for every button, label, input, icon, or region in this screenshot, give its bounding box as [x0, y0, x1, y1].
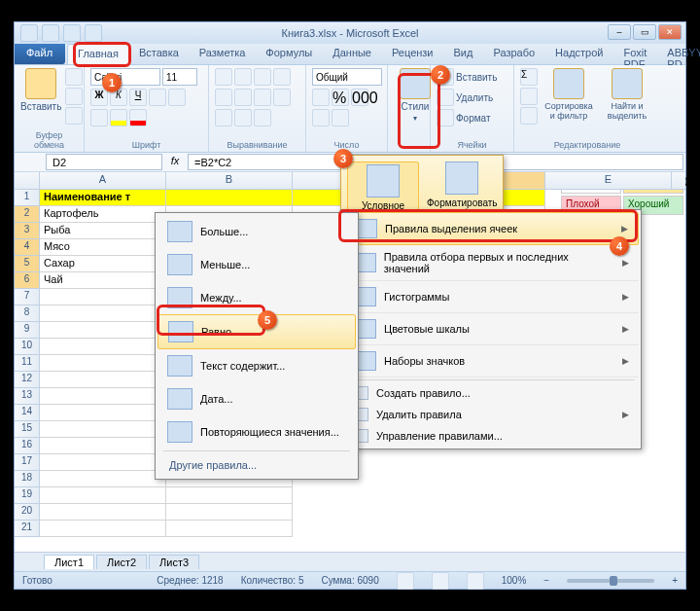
align-middle-icon[interactable] — [234, 68, 252, 86]
cell[interactable]: Сахар — [40, 256, 166, 272]
find-select-button[interactable]: Найти и выделить — [600, 68, 654, 138]
rule-date[interactable]: Дата... — [158, 382, 356, 415]
tab-developer[interactable]: Разрабо — [483, 44, 545, 64]
fill-color-icon[interactable] — [110, 109, 127, 126]
cell[interactable]: Рыба — [40, 223, 166, 239]
cell[interactable] — [40, 438, 166, 454]
tab-data[interactable]: Данные — [323, 44, 382, 64]
menu-highlight-cell-rules[interactable]: Правила выделения ячеек ▶ — [343, 212, 639, 245]
rule-more-rules[interactable]: Другие правила... — [158, 453, 356, 477]
orientation-icon[interactable] — [273, 68, 291, 86]
font-color-icon[interactable] — [129, 109, 147, 126]
number-format-combo[interactable] — [312, 68, 382, 86]
qat-customize-icon[interactable] — [85, 24, 102, 42]
view-layout-icon[interactable] — [432, 572, 449, 590]
merge-icon[interactable] — [254, 109, 271, 126]
row-header[interactable]: 20 — [15, 504, 40, 521]
cell[interactable] — [40, 487, 166, 504]
zoom-slider[interactable] — [567, 579, 654, 583]
format-painter-icon[interactable] — [65, 107, 83, 125]
minimize-button[interactable]: – — [608, 24, 631, 40]
tab-abbyy[interactable]: ABBYY PD — [657, 44, 700, 64]
cell[interactable] — [166, 504, 293, 521]
clear-icon[interactable] — [520, 107, 538, 125]
align-left-icon[interactable] — [215, 89, 232, 106]
currency-icon[interactable] — [312, 89, 330, 106]
cell[interactable] — [40, 504, 166, 521]
col-header-b[interactable]: B — [166, 172, 293, 189]
row-header[interactable]: 19 — [15, 487, 40, 504]
fx-icon[interactable]: fx — [164, 153, 186, 171]
tab-insert[interactable]: Вставка — [129, 44, 190, 64]
decrease-decimal-icon[interactable] — [332, 109, 349, 126]
rule-less-than[interactable]: Меньше... — [158, 248, 356, 281]
row-header[interactable]: 6 — [15, 272, 40, 289]
sheet-tab-3[interactable]: Лист3 — [149, 555, 199, 569]
tab-review[interactable]: Рецензи — [382, 44, 444, 64]
cell[interactable]: Картофель — [40, 206, 166, 223]
row-header[interactable]: 15 — [15, 421, 40, 438]
row-header[interactable]: 11 — [15, 355, 40, 372]
cut-icon[interactable] — [65, 68, 83, 86]
row-header[interactable]: 2 — [15, 206, 40, 223]
menu-manage-rules[interactable]: Управление правилами... — [343, 425, 639, 447]
comma-icon[interactable]: 000 — [351, 89, 368, 106]
row-header[interactable]: 18 — [15, 471, 40, 487]
cell[interactable]: Наименование т — [40, 190, 166, 206]
zoom-out-button[interactable]: − — [543, 575, 549, 586]
qat-undo-icon[interactable] — [42, 24, 59, 42]
percent-icon[interactable]: % — [332, 89, 349, 106]
cell[interactable] — [40, 521, 166, 537]
autosum-icon[interactable]: Σ — [520, 68, 538, 86]
rule-greater-than[interactable]: Больше... — [158, 215, 356, 248]
row-header[interactable]: 9 — [15, 322, 40, 339]
tab-formulas[interactable]: Формулы — [256, 44, 323, 64]
select-all-button[interactable] — [15, 172, 40, 189]
cell[interactable] — [166, 190, 293, 206]
rule-between[interactable]: Между... — [158, 281, 356, 314]
cells-format-button[interactable]: Формат — [437, 109, 508, 126]
cell[interactable] — [40, 322, 166, 339]
close-button[interactable]: ✕ — [658, 24, 682, 40]
increase-indent-icon[interactable] — [234, 109, 252, 126]
row-header[interactable]: 1 — [15, 190, 40, 206]
paste-button[interactable]: Вставить — [20, 68, 61, 128]
rule-equal-to[interactable]: Равно... — [158, 314, 356, 349]
menu-icon-sets[interactable]: Наборы значков ▶ — [343, 345, 639, 377]
cell[interactable] — [40, 388, 166, 405]
tab-foxit[interactable]: Foxit PDF — [614, 44, 658, 64]
row-header[interactable]: 3 — [15, 223, 40, 239]
cell[interactable] — [40, 421, 166, 438]
tab-addins[interactable]: Надстрой — [545, 44, 613, 64]
copy-icon[interactable] — [65, 88, 83, 105]
underline-icon[interactable]: Ч — [129, 89, 147, 106]
cells-delete-button[interactable]: Удалить — [437, 89, 508, 106]
align-center-icon[interactable] — [234, 89, 252, 106]
col-header-a[interactable]: A — [40, 172, 166, 189]
cell[interactable] — [40, 372, 166, 388]
cell[interactable] — [40, 355, 166, 372]
qat-save-icon[interactable] — [20, 24, 38, 42]
cell[interactable] — [40, 289, 166, 306]
row-header[interactable]: 14 — [15, 405, 40, 421]
row-header[interactable]: 8 — [15, 306, 40, 322]
cell[interactable] — [166, 521, 293, 537]
sort-filter-button[interactable]: Сортировка и фильтр — [542, 68, 596, 138]
row-header[interactable]: 21 — [15, 521, 40, 537]
col-header-e[interactable]: E — [545, 172, 672, 189]
view-normal-icon[interactable] — [397, 572, 414, 590]
grow-font-icon[interactable] — [149, 89, 166, 106]
menu-clear-rules[interactable]: Удалить правила▶ — [343, 404, 639, 425]
fill-icon[interactable] — [520, 88, 538, 105]
bold-icon[interactable]: Ж — [90, 89, 108, 106]
sheet-tab-2[interactable]: Лист2 — [96, 555, 147, 569]
italic-icon[interactable]: К — [110, 89, 127, 106]
name-box[interactable] — [46, 154, 162, 170]
shrink-font-icon[interactable] — [168, 89, 186, 106]
row-header[interactable]: 10 — [15, 339, 40, 355]
menu-color-scales[interactable]: Цветовые шкалы ▶ — [343, 313, 639, 345]
decrease-indent-icon[interactable] — [215, 109, 232, 126]
cell[interactable]: Мясо — [40, 239, 166, 256]
menu-top-bottom-rules[interactable]: Правила отбора первых и последних значен… — [343, 245, 639, 281]
border-icon[interactable] — [90, 109, 108, 126]
